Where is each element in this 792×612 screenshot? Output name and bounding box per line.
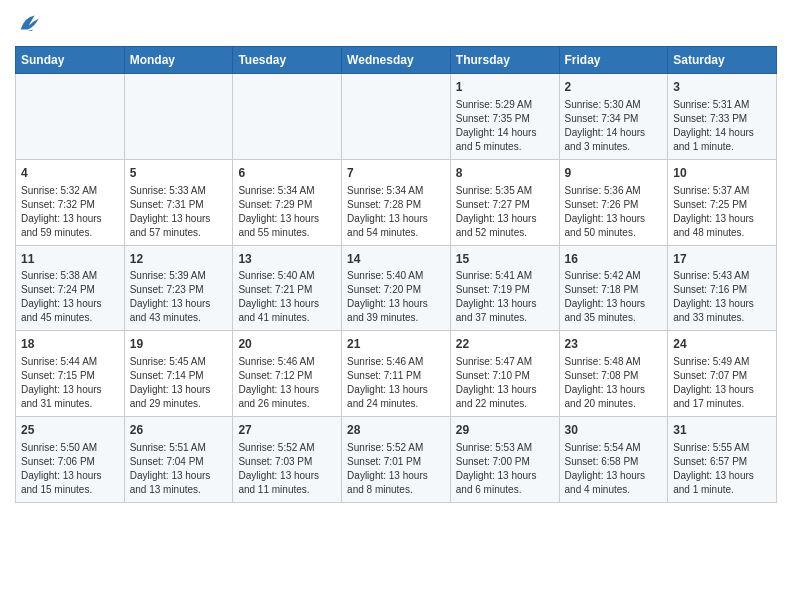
- day-info-text: and 3 minutes.: [565, 140, 663, 154]
- day-info-text: and 20 minutes.: [565, 397, 663, 411]
- calendar-cell: 11Sunrise: 5:38 AMSunset: 7:24 PMDayligh…: [16, 245, 125, 331]
- day-number: 30: [565, 422, 663, 439]
- calendar-cell: 31Sunrise: 5:55 AMSunset: 6:57 PMDayligh…: [668, 417, 777, 503]
- page-header: [15, 10, 777, 38]
- day-info-text: Daylight: 13 hours: [565, 383, 663, 397]
- day-info-text: and 15 minutes.: [21, 483, 119, 497]
- day-info-text: Sunset: 7:15 PM: [21, 369, 119, 383]
- day-info-text: Sunset: 7:16 PM: [673, 283, 771, 297]
- day-info-text: and 39 minutes.: [347, 311, 445, 325]
- day-info-text: Sunset: 7:31 PM: [130, 198, 228, 212]
- day-number: 31: [673, 422, 771, 439]
- day-info-text: Sunset: 7:14 PM: [130, 369, 228, 383]
- day-info-text: Sunrise: 5:52 AM: [347, 441, 445, 455]
- day-number: 28: [347, 422, 445, 439]
- day-info-text: Sunset: 7:04 PM: [130, 455, 228, 469]
- column-header-tuesday: Tuesday: [233, 47, 342, 74]
- day-info-text: Sunrise: 5:42 AM: [565, 269, 663, 283]
- calendar-cell: 9Sunrise: 5:36 AMSunset: 7:26 PMDaylight…: [559, 159, 668, 245]
- day-info-text: and 29 minutes.: [130, 397, 228, 411]
- day-number: 7: [347, 165, 445, 182]
- day-info-text: Sunrise: 5:44 AM: [21, 355, 119, 369]
- day-info-text: Sunrise: 5:41 AM: [456, 269, 554, 283]
- day-number: 3: [673, 79, 771, 96]
- day-info-text: Sunset: 7:29 PM: [238, 198, 336, 212]
- day-info-text: Sunrise: 5:29 AM: [456, 98, 554, 112]
- calendar-cell: 27Sunrise: 5:52 AMSunset: 7:03 PMDayligh…: [233, 417, 342, 503]
- day-info-text: Daylight: 14 hours: [565, 126, 663, 140]
- day-info-text: and 6 minutes.: [456, 483, 554, 497]
- day-info-text: Sunset: 7:19 PM: [456, 283, 554, 297]
- day-info-text: and 1 minute.: [673, 483, 771, 497]
- calendar-cell: 16Sunrise: 5:42 AMSunset: 7:18 PMDayligh…: [559, 245, 668, 331]
- day-info-text: and 43 minutes.: [130, 311, 228, 325]
- day-info-text: Daylight: 13 hours: [347, 469, 445, 483]
- day-info-text: and 17 minutes.: [673, 397, 771, 411]
- calendar-cell: 21Sunrise: 5:46 AMSunset: 7:11 PMDayligh…: [342, 331, 451, 417]
- day-number: 15: [456, 251, 554, 268]
- day-info-text: Sunset: 7:26 PM: [565, 198, 663, 212]
- day-info-text: Sunrise: 5:48 AM: [565, 355, 663, 369]
- day-info-text: and 45 minutes.: [21, 311, 119, 325]
- calendar-cell: 13Sunrise: 5:40 AMSunset: 7:21 PMDayligh…: [233, 245, 342, 331]
- day-info-text: Daylight: 13 hours: [456, 212, 554, 226]
- day-number: 18: [21, 336, 119, 353]
- day-info-text: and 52 minutes.: [456, 226, 554, 240]
- day-info-text: Daylight: 13 hours: [130, 212, 228, 226]
- day-number: 12: [130, 251, 228, 268]
- day-info-text: Sunrise: 5:46 AM: [238, 355, 336, 369]
- calendar-week-row: 4Sunrise: 5:32 AMSunset: 7:32 PMDaylight…: [16, 159, 777, 245]
- day-info-text: Daylight: 13 hours: [347, 212, 445, 226]
- day-info-text: Sunset: 7:25 PM: [673, 198, 771, 212]
- calendar-week-row: 25Sunrise: 5:50 AMSunset: 7:06 PMDayligh…: [16, 417, 777, 503]
- day-info-text: Sunrise: 5:31 AM: [673, 98, 771, 112]
- day-info-text: Daylight: 13 hours: [347, 383, 445, 397]
- calendar-cell: 22Sunrise: 5:47 AMSunset: 7:10 PMDayligh…: [450, 331, 559, 417]
- day-info-text: Daylight: 13 hours: [456, 383, 554, 397]
- logo-icon: [15, 10, 43, 38]
- day-number: 29: [456, 422, 554, 439]
- day-info-text: Daylight: 13 hours: [565, 297, 663, 311]
- day-number: 19: [130, 336, 228, 353]
- calendar-cell: [233, 74, 342, 160]
- calendar-week-row: 11Sunrise: 5:38 AMSunset: 7:24 PMDayligh…: [16, 245, 777, 331]
- calendar-cell: 30Sunrise: 5:54 AMSunset: 6:58 PMDayligh…: [559, 417, 668, 503]
- day-info-text: Sunset: 7:00 PM: [456, 455, 554, 469]
- day-info-text: Daylight: 14 hours: [456, 126, 554, 140]
- day-number: 10: [673, 165, 771, 182]
- day-info-text: Daylight: 13 hours: [21, 297, 119, 311]
- day-info-text: Sunset: 7:18 PM: [565, 283, 663, 297]
- day-number: 14: [347, 251, 445, 268]
- day-number: 17: [673, 251, 771, 268]
- calendar-cell: 17Sunrise: 5:43 AMSunset: 7:16 PMDayligh…: [668, 245, 777, 331]
- day-info-text: and 48 minutes.: [673, 226, 771, 240]
- day-info-text: and 41 minutes.: [238, 311, 336, 325]
- calendar-cell: 24Sunrise: 5:49 AMSunset: 7:07 PMDayligh…: [668, 331, 777, 417]
- day-info-text: and 35 minutes.: [565, 311, 663, 325]
- day-info-text: Sunset: 7:06 PM: [21, 455, 119, 469]
- calendar-cell: 20Sunrise: 5:46 AMSunset: 7:12 PMDayligh…: [233, 331, 342, 417]
- day-info-text: Sunset: 7:23 PM: [130, 283, 228, 297]
- column-header-thursday: Thursday: [450, 47, 559, 74]
- column-header-wednesday: Wednesday: [342, 47, 451, 74]
- day-info-text: Sunset: 7:07 PM: [673, 369, 771, 383]
- day-info-text: Sunset: 6:58 PM: [565, 455, 663, 469]
- day-info-text: Sunset: 7:28 PM: [347, 198, 445, 212]
- calendar-cell: 5Sunrise: 5:33 AMSunset: 7:31 PMDaylight…: [124, 159, 233, 245]
- column-header-monday: Monday: [124, 47, 233, 74]
- day-info-text: Sunrise: 5:34 AM: [238, 184, 336, 198]
- day-info-text: and 50 minutes.: [565, 226, 663, 240]
- calendar-cell: 3Sunrise: 5:31 AMSunset: 7:33 PMDaylight…: [668, 74, 777, 160]
- day-info-text: Daylight: 13 hours: [673, 212, 771, 226]
- day-info-text: Daylight: 13 hours: [238, 383, 336, 397]
- day-number: 21: [347, 336, 445, 353]
- calendar-cell: 7Sunrise: 5:34 AMSunset: 7:28 PMDaylight…: [342, 159, 451, 245]
- day-info-text: Sunset: 7:24 PM: [21, 283, 119, 297]
- day-info-text: Sunrise: 5:45 AM: [130, 355, 228, 369]
- day-info-text: Sunrise: 5:43 AM: [673, 269, 771, 283]
- day-info-text: Sunrise: 5:52 AM: [238, 441, 336, 455]
- column-header-saturday: Saturday: [668, 47, 777, 74]
- day-info-text: Sunset: 7:35 PM: [456, 112, 554, 126]
- day-info-text: Sunset: 7:11 PM: [347, 369, 445, 383]
- day-info-text: and 57 minutes.: [130, 226, 228, 240]
